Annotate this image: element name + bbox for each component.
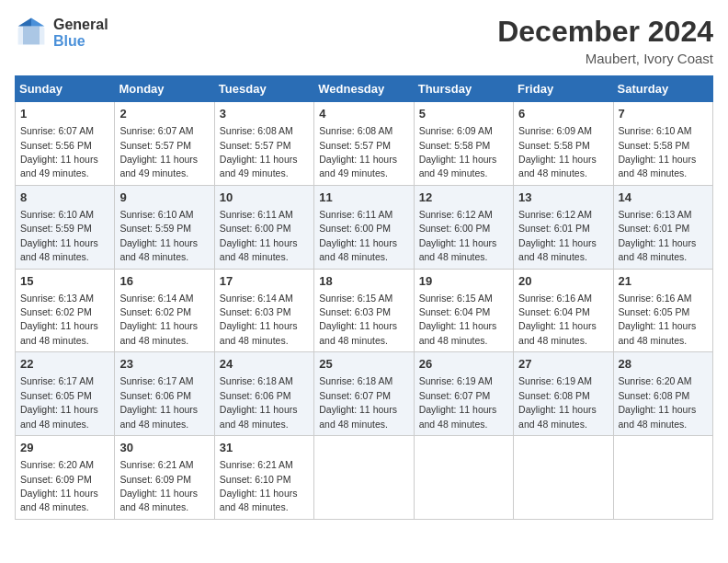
- col-thursday: Thursday: [414, 76, 513, 102]
- table-row: 13 Sunrise: 6:12 AMSunset: 6:01 PMDaylig…: [514, 185, 613, 269]
- calendar-header-row: Sunday Monday Tuesday Wednesday Thursday…: [16, 76, 713, 102]
- day-number: 31: [220, 440, 309, 456]
- day-number: 8: [20, 190, 109, 206]
- day-number: 1: [20, 106, 109, 122]
- day-detail: Sunrise: 6:11 AMSunset: 6:00 PMDaylight:…: [319, 209, 397, 262]
- day-number: 13: [518, 190, 608, 206]
- day-detail: Sunrise: 6:08 AMSunset: 5:57 PMDaylight:…: [319, 125, 397, 178]
- table-row: [613, 436, 712, 520]
- day-detail: Sunrise: 6:13 AMSunset: 6:02 PMDaylight:…: [20, 293, 98, 346]
- table-row: [314, 436, 414, 520]
- table-row: 20 Sunrise: 6:16 AMSunset: 6:04 PMDaylig…: [514, 269, 613, 352]
- day-number: 14: [619, 190, 708, 206]
- day-number: 6: [518, 106, 608, 122]
- day-detail: Sunrise: 6:17 AMSunset: 6:06 PMDaylight:…: [119, 375, 198, 429]
- table-row: 27 Sunrise: 6:19 AMSunset: 6:08 PMDaylig…: [514, 352, 613, 436]
- day-number: 3: [220, 106, 309, 122]
- table-row: 17 Sunrise: 6:14 AMSunset: 6:03 PMDaylig…: [214, 269, 313, 352]
- day-number: 29: [20, 440, 109, 456]
- day-detail: Sunrise: 6:15 AMSunset: 6:03 PMDaylight:…: [319, 293, 397, 346]
- logo-icon: [15, 15, 48, 52]
- table-row: 16 Sunrise: 6:14 AMSunset: 6:02 PMDaylig…: [115, 269, 214, 352]
- day-detail: Sunrise: 6:10 AMSunset: 5:59 PMDaylight:…: [119, 209, 198, 262]
- calendar-week-row: 15 Sunrise: 6:13 AMSunset: 6:02 PMDaylig…: [16, 269, 713, 352]
- logo-text: General Blue: [53, 17, 108, 49]
- col-saturday: Saturday: [613, 76, 712, 102]
- day-number: 12: [419, 190, 508, 206]
- table-row: 4 Sunrise: 6:08 AMSunset: 5:57 PMDayligh…: [314, 102, 414, 186]
- day-number: 7: [619, 106, 708, 122]
- table-row: 30 Sunrise: 6:21 AMSunset: 6:09 PMDaylig…: [115, 436, 214, 520]
- day-number: 24: [220, 356, 309, 373]
- day-detail: Sunrise: 6:13 AMSunset: 6:01 PMDaylight:…: [619, 209, 697, 262]
- table-row: 10 Sunrise: 6:11 AMSunset: 6:00 PMDaylig…: [214, 185, 313, 269]
- calendar-week-row: 29 Sunrise: 6:20 AMSunset: 6:09 PMDaylig…: [16, 436, 713, 520]
- col-tuesday: Tuesday: [214, 76, 313, 102]
- page-subtitle: Maubert, Ivory Coast: [497, 51, 713, 66]
- calendar-week-row: 8 Sunrise: 6:10 AMSunset: 5:59 PMDayligh…: [16, 185, 713, 269]
- day-detail: Sunrise: 6:21 AMSunset: 6:10 PMDaylight:…: [220, 459, 298, 512]
- day-number: 21: [619, 273, 708, 290]
- day-number: 19: [419, 273, 508, 290]
- col-wednesday: Wednesday: [314, 76, 414, 102]
- table-row: 3 Sunrise: 6:08 AMSunset: 5:57 PMDayligh…: [214, 102, 313, 186]
- day-detail: Sunrise: 6:09 AMSunset: 5:58 PMDaylight:…: [518, 125, 597, 178]
- day-detail: Sunrise: 6:20 AMSunset: 6:09 PMDaylight:…: [20, 459, 98, 512]
- table-row: 14 Sunrise: 6:13 AMSunset: 6:01 PMDaylig…: [613, 185, 712, 269]
- day-detail: Sunrise: 6:07 AMSunset: 5:57 PMDaylight:…: [119, 125, 198, 178]
- day-number: 10: [220, 190, 309, 206]
- day-detail: Sunrise: 6:10 AMSunset: 5:59 PMDaylight:…: [20, 209, 98, 262]
- table-row: 15 Sunrise: 6:13 AMSunset: 6:02 PMDaylig…: [16, 269, 115, 352]
- day-number: 5: [419, 106, 508, 122]
- table-row: [414, 436, 513, 520]
- day-detail: Sunrise: 6:16 AMSunset: 6:04 PMDaylight:…: [518, 293, 597, 346]
- calendar-table: Sunday Monday Tuesday Wednesday Thursday…: [15, 75, 713, 520]
- table-row: 5 Sunrise: 6:09 AMSunset: 5:58 PMDayligh…: [414, 102, 513, 186]
- day-number: 28: [619, 356, 708, 373]
- table-row: 7 Sunrise: 6:10 AMSunset: 5:58 PMDayligh…: [613, 102, 712, 186]
- svg-marker-1: [31, 18, 44, 27]
- table-row: 6 Sunrise: 6:09 AMSunset: 5:58 PMDayligh…: [514, 102, 613, 186]
- table-row: 31 Sunrise: 6:21 AMSunset: 6:10 PMDaylig…: [214, 436, 313, 520]
- calendar-week-row: 22 Sunrise: 6:17 AMSunset: 6:05 PMDaylig…: [16, 352, 713, 436]
- col-friday: Friday: [514, 76, 613, 102]
- day-detail: Sunrise: 6:14 AMSunset: 6:03 PMDaylight:…: [220, 293, 298, 346]
- table-row: 12 Sunrise: 6:12 AMSunset: 6:00 PMDaylig…: [414, 185, 513, 269]
- table-row: 22 Sunrise: 6:17 AMSunset: 6:05 PMDaylig…: [16, 352, 115, 436]
- day-number: 27: [518, 356, 608, 373]
- table-row: 19 Sunrise: 6:15 AMSunset: 6:04 PMDaylig…: [414, 269, 513, 352]
- day-detail: Sunrise: 6:08 AMSunset: 5:57 PMDaylight:…: [220, 125, 298, 178]
- day-detail: Sunrise: 6:07 AMSunset: 5:56 PMDaylight:…: [20, 125, 98, 178]
- page-title: December 2024: [497, 15, 713, 49]
- col-monday: Monday: [115, 76, 214, 102]
- svg-rect-3: [23, 27, 40, 45]
- day-detail: Sunrise: 6:10 AMSunset: 5:58 PMDaylight:…: [619, 125, 697, 178]
- day-number: 4: [319, 106, 408, 122]
- logo: General Blue: [15, 15, 108, 52]
- day-number: 17: [220, 273, 309, 290]
- day-detail: Sunrise: 6:12 AMSunset: 6:01 PMDaylight:…: [518, 209, 597, 262]
- table-row: 25 Sunrise: 6:18 AMSunset: 6:07 PMDaylig…: [314, 352, 414, 436]
- day-number: 22: [20, 356, 109, 373]
- day-detail: Sunrise: 6:19 AMSunset: 6:07 PMDaylight:…: [419, 375, 497, 429]
- table-row: 18 Sunrise: 6:15 AMSunset: 6:03 PMDaylig…: [314, 269, 414, 352]
- svg-marker-2: [18, 18, 31, 27]
- day-number: 18: [319, 273, 408, 290]
- day-number: 16: [119, 273, 209, 290]
- day-number: 20: [518, 273, 608, 290]
- day-detail: Sunrise: 6:16 AMSunset: 6:05 PMDaylight:…: [619, 293, 697, 346]
- day-detail: Sunrise: 6:18 AMSunset: 6:06 PMDaylight:…: [220, 375, 298, 429]
- page-header: General Blue December 2024 Maubert, Ivor…: [15, 15, 713, 66]
- day-detail: Sunrise: 6:17 AMSunset: 6:05 PMDaylight:…: [20, 375, 98, 429]
- table-row: 26 Sunrise: 6:19 AMSunset: 6:07 PMDaylig…: [414, 352, 513, 436]
- title-block: December 2024 Maubert, Ivory Coast: [497, 15, 713, 66]
- table-row: 23 Sunrise: 6:17 AMSunset: 6:06 PMDaylig…: [115, 352, 214, 436]
- table-row: [514, 436, 613, 520]
- day-detail: Sunrise: 6:12 AMSunset: 6:00 PMDaylight:…: [419, 209, 497, 262]
- table-row: 24 Sunrise: 6:18 AMSunset: 6:06 PMDaylig…: [214, 352, 313, 436]
- day-number: 11: [319, 190, 408, 206]
- day-number: 23: [119, 356, 209, 373]
- day-detail: Sunrise: 6:20 AMSunset: 6:08 PMDaylight:…: [619, 375, 697, 429]
- day-detail: Sunrise: 6:09 AMSunset: 5:58 PMDaylight:…: [419, 125, 497, 178]
- day-detail: Sunrise: 6:11 AMSunset: 6:00 PMDaylight:…: [220, 209, 298, 262]
